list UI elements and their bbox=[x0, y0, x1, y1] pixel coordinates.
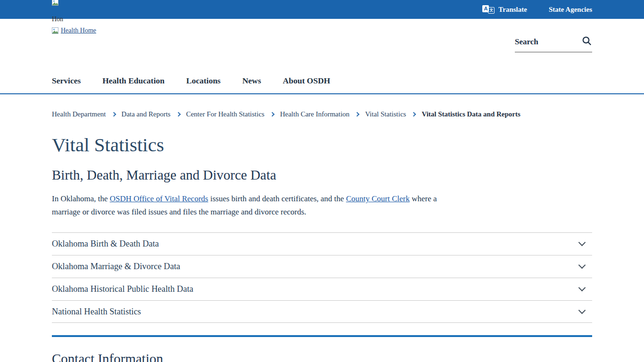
chevron-right-icon bbox=[355, 112, 360, 117]
accordion-national-health-statistics[interactable]: National Health Statistics bbox=[52, 300, 592, 323]
county-court-clerk-link[interactable]: County Court Clerk bbox=[346, 194, 410, 203]
translate-icon: A 文 bbox=[482, 5, 495, 14]
site-logo-link-broken[interactable]: Hon bbox=[52, 0, 68, 23]
health-home-alt-text: Health Home bbox=[61, 27, 96, 34]
breadcrumb-center-for-health-statistics[interactable]: Center For Health Statistics bbox=[186, 110, 264, 118]
accordion-list: Oklahoma Birth & Death Data Oklahoma Mar… bbox=[52, 232, 592, 323]
broken-image-icon bbox=[52, 0, 58, 6]
search-icon bbox=[582, 36, 592, 48]
chevron-right-icon bbox=[270, 112, 274, 117]
chevron-right-icon bbox=[412, 112, 416, 117]
translate-button[interactable]: A 文 Translate bbox=[482, 5, 527, 14]
main-content: Health Department Data and Reports Cente… bbox=[52, 110, 592, 362]
breadcrumb-health-care-information[interactable]: Health Care Information bbox=[280, 110, 349, 118]
breadcrumb-current-page: Vital Statistics Data and Reports bbox=[421, 110, 520, 118]
translate-label: Translate bbox=[498, 6, 527, 14]
section-divider bbox=[52, 335, 592, 337]
accordion-birth-death-data[interactable]: Oklahoma Birth & Death Data bbox=[52, 232, 592, 255]
state-agencies-link[interactable]: State Agencies bbox=[549, 6, 592, 14]
accordion-label: National Health Statistics bbox=[52, 307, 141, 317]
utility-bar: A 文 Translate State Agencies bbox=[0, 0, 644, 19]
accordion-marriage-divorce-data[interactable]: Oklahoma Marriage & Divorce Data bbox=[52, 255, 592, 278]
search-input[interactable] bbox=[515, 37, 582, 47]
accordion-label: Oklahoma Marriage & Divorce Data bbox=[52, 262, 180, 272]
nav-item-news[interactable]: News bbox=[242, 76, 261, 86]
site-header: Hon Health Home Services Health Educati bbox=[0, 19, 644, 94]
accordion-label: Oklahoma Birth & Death Data bbox=[52, 239, 159, 249]
contact-information-heading: Contact Information bbox=[52, 351, 592, 362]
nav-item-services[interactable]: Services bbox=[52, 76, 81, 86]
vital-records-link[interactable]: OSDH Office of Vital Records bbox=[110, 194, 208, 203]
intro-paragraph: In Oklahoma, the OSDH Office of Vital Re… bbox=[52, 192, 443, 218]
search-box bbox=[515, 36, 592, 52]
breadcrumb-vital-statistics[interactable]: Vital Statistics bbox=[365, 110, 406, 118]
logo-alt-text-truncated: Hon bbox=[52, 16, 68, 23]
page-title: Vital Statistics bbox=[52, 133, 592, 156]
breadcrumb-data-and-reports[interactable]: Data and Reports bbox=[122, 110, 171, 118]
chevron-down-icon bbox=[578, 306, 586, 314]
intro-text: issues birth and death certificates, and… bbox=[208, 194, 346, 203]
broken-image-icon bbox=[52, 27, 58, 34]
search-button[interactable] bbox=[582, 36, 592, 48]
chevron-down-icon bbox=[578, 239, 586, 247]
health-home-link-broken[interactable]: Health Home bbox=[52, 27, 96, 34]
nav-item-locations[interactable]: Locations bbox=[186, 76, 221, 86]
accordion-label: Oklahoma Historical Public Health Data bbox=[52, 284, 193, 294]
chevron-down-icon bbox=[578, 284, 586, 292]
nav-item-about-osdh[interactable]: About OSDH bbox=[283, 76, 330, 86]
section-subtitle: Birth, Death, Marriage and Divorce Data bbox=[52, 167, 592, 183]
breadcrumb-health-department[interactable]: Health Department bbox=[52, 110, 106, 118]
breadcrumb: Health Department Data and Reports Cente… bbox=[52, 110, 592, 118]
intro-text: In Oklahoma, the bbox=[52, 194, 110, 203]
main-nav: Services Health Education Locations News… bbox=[52, 76, 330, 86]
nav-item-health-education[interactable]: Health Education bbox=[102, 76, 165, 86]
state-agencies-label: State Agencies bbox=[549, 6, 592, 14]
chevron-right-icon bbox=[111, 112, 116, 117]
accordion-historical-public-health-data[interactable]: Oklahoma Historical Public Health Data bbox=[52, 278, 592, 300]
chevron-down-icon bbox=[578, 262, 586, 269]
chevron-right-icon bbox=[176, 112, 181, 117]
